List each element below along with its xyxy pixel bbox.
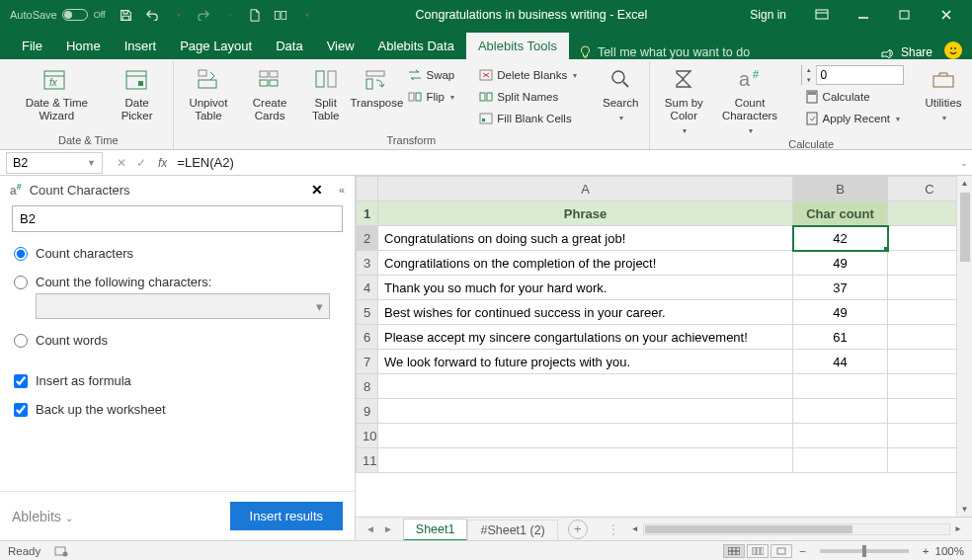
close-icon[interactable]: [932, 5, 960, 25]
zoom-out-button[interactable]: −: [799, 545, 806, 557]
macro-record-icon[interactable]: [54, 545, 68, 557]
numbox-down[interactable]: ▾: [802, 75, 816, 85]
col-header-b[interactable]: B: [793, 177, 888, 201]
row-header-8[interactable]: 8: [357, 374, 378, 399]
cell-a6[interactable]: Please accept my sincere congartulations…: [378, 325, 793, 350]
hscroll-right-icon[interactable]: ►: [950, 524, 966, 533]
cells-grid[interactable]: A B C 1PhraseChar count 2Congratulations…: [356, 176, 972, 473]
sheet-tab-sheet1-2[interactable]: #Sheet1 (2): [467, 520, 557, 540]
tell-me-search[interactable]: Tell me what you want to do: [569, 45, 760, 59]
row-header-6[interactable]: 6: [357, 325, 378, 350]
share-button[interactable]: Share: [869, 45, 944, 59]
cell-a8[interactable]: [378, 374, 793, 399]
row-header-10[interactable]: 10: [357, 424, 378, 448]
check-backup[interactable]: Back up the worksheet: [14, 402, 341, 417]
qat-customize-icon[interactable]: [299, 8, 313, 22]
flip-button[interactable]: Flip: [404, 87, 458, 107]
cancel-formula-icon[interactable]: ✕: [117, 156, 126, 170]
cell-a7[interactable]: We look forward to future projects with …: [378, 350, 793, 374]
tab-insert[interactable]: Insert: [113, 33, 169, 59]
radio-count-characters[interactable]: Count characters: [14, 246, 341, 261]
date-picker-button[interactable]: Date Picker: [108, 61, 167, 124]
vertical-scrollbar[interactable]: ▲ ▼: [956, 176, 972, 517]
fill-blank-button[interactable]: Fill Blank Cells: [475, 109, 581, 128]
row-header-7[interactable]: 7: [357, 350, 378, 374]
cell-b10[interactable]: [793, 424, 888, 448]
row-header-9[interactable]: 9: [357, 399, 378, 424]
taskpane-close-icon[interactable]: ✕: [311, 182, 323, 198]
cell-b9[interactable]: [793, 399, 888, 424]
maximize-icon[interactable]: [891, 5, 919, 25]
tab-home[interactable]: Home: [54, 33, 113, 59]
date-time-wizard-button[interactable]: fx Date & Time Wizard: [10, 61, 104, 124]
view-normal-icon[interactable]: [723, 544, 745, 558]
utilities-button[interactable]: Utilities: [921, 61, 966, 124]
row-header-3[interactable]: 3: [357, 251, 378, 276]
row-header-1[interactable]: 1: [357, 201, 378, 226]
taskpane-brand[interactable]: Ablebits ⌄: [12, 509, 73, 524]
cell-a4[interactable]: Thank you so much for your hard work.: [378, 276, 793, 300]
scroll-up-icon[interactable]: ▲: [961, 176, 969, 191]
following-chars-combobox[interactable]: ▾: [36, 293, 330, 319]
sheet-nav-prev-icon[interactable]: ►: [383, 523, 393, 534]
check-insert-formula[interactable]: Insert as formula: [14, 373, 341, 388]
view-page-layout-icon[interactable]: [747, 544, 769, 558]
precision-numbox[interactable]: ▴▾: [801, 65, 904, 85]
split-table-button[interactable]: Split Table: [302, 61, 349, 124]
cell-b6[interactable]: 61: [793, 325, 888, 350]
numbox-up[interactable]: ▴: [802, 65, 816, 75]
tab-view[interactable]: View: [315, 33, 366, 59]
cell-b8[interactable]: [793, 374, 888, 399]
hscroll-left-icon[interactable]: ◄: [627, 524, 643, 533]
tab-ablebits-data[interactable]: Ablebits Data: [366, 33, 466, 59]
formula-expand-icon[interactable]: ⌄: [956, 158, 972, 168]
autosave-toggle-icon[interactable]: [62, 9, 88, 21]
zoom-slider[interactable]: [820, 549, 909, 553]
sum-by-color-button[interactable]: Sum by Color: [656, 61, 711, 138]
sign-in-link[interactable]: Sign in: [750, 8, 786, 22]
row-header-11[interactable]: 11: [357, 448, 378, 473]
transpose-button[interactable]: Transpose: [353, 61, 400, 112]
cell-b7[interactable]: 44: [793, 350, 888, 374]
tab-page-layout[interactable]: Page Layout: [168, 33, 264, 59]
feedback-smiley-icon[interactable]: [944, 41, 962, 59]
name-box[interactable]: B2 ▼: [6, 152, 103, 174]
cell-a10[interactable]: [378, 424, 793, 448]
undo-icon[interactable]: [145, 8, 159, 22]
unpivot-button[interactable]: Unpivot Table: [180, 61, 238, 124]
cell-b3[interactable]: 49: [793, 251, 888, 276]
cell-b2[interactable]: 42: [793, 226, 888, 251]
row-header-2[interactable]: 2: [357, 226, 378, 251]
cell-b1[interactable]: Char count: [793, 201, 888, 226]
cell-b4[interactable]: 37: [793, 276, 888, 300]
cell-a1[interactable]: Phrase: [378, 201, 793, 226]
apply-recent-button[interactable]: Apply Recent: [801, 109, 904, 128]
formula-input[interactable]: [167, 152, 956, 174]
accept-formula-icon[interactable]: ✓: [136, 156, 146, 170]
fx-icon[interactable]: fx: [158, 156, 167, 170]
cell-a11[interactable]: [378, 448, 793, 473]
numbox-input[interactable]: [817, 66, 870, 84]
cell-a3[interactable]: Congratilations on the completion of the…: [378, 251, 793, 276]
row-header-5[interactable]: 5: [357, 300, 378, 325]
scroll-down-icon[interactable]: ▼: [961, 502, 969, 517]
cell-a5[interactable]: Best wishes for continued success in you…: [378, 300, 793, 325]
swap-button[interactable]: Swap: [404, 65, 458, 85]
tab-ablebits-tools[interactable]: Ablebits Tools: [466, 33, 569, 59]
sheet-tab-sheet1[interactable]: Sheet1: [403, 519, 468, 541]
hscroll-thumb[interactable]: [645, 525, 852, 533]
cell-b11[interactable]: [793, 448, 888, 473]
scroll-thumb[interactable]: [960, 193, 970, 262]
calculate-button[interactable]: Calculate: [801, 87, 904, 107]
col-header-a[interactable]: A: [378, 177, 793, 201]
radio-count-words[interactable]: Count words: [14, 333, 341, 348]
ribbon-display-icon[interactable]: [808, 5, 836, 25]
name-box-dropdown-icon[interactable]: ▼: [87, 158, 96, 168]
new-file-icon[interactable]: [248, 8, 262, 22]
cell-a9[interactable]: [378, 399, 793, 424]
insert-results-button[interactable]: Insert results: [230, 502, 343, 530]
horizontal-scrollbar[interactable]: ⋮ ◄ ►: [588, 522, 972, 536]
sheet-nav-first-icon[interactable]: ◄: [365, 523, 375, 534]
cell-b5[interactable]: 49: [793, 300, 888, 325]
zoom-in-button[interactable]: +: [923, 545, 930, 557]
